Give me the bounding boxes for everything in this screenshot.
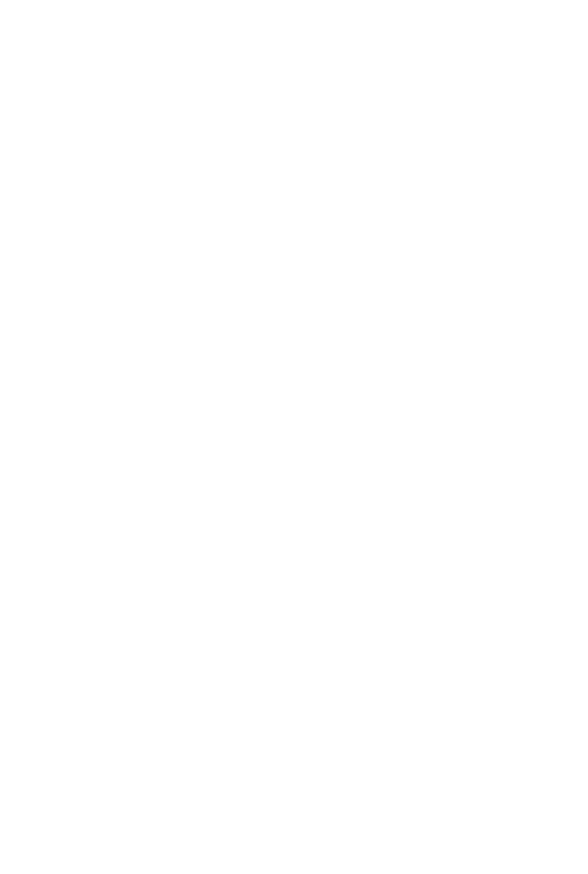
fig3-arrows <box>10 11 588 21</box>
fig3-leaders <box>10 11 588 21</box>
